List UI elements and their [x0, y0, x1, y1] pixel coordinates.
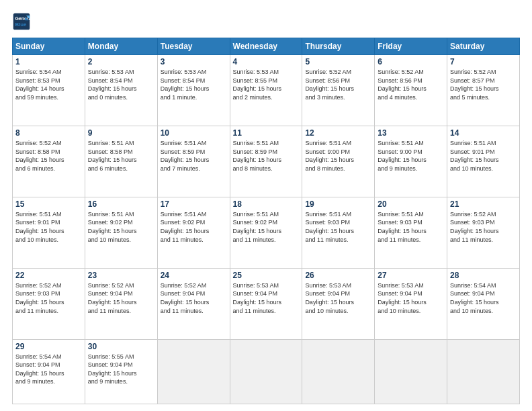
day-info: Sunrise: 5:53 AMSunset: 9:04 PMDaylight:…	[305, 281, 371, 315]
weekday-header-thursday: Thursday	[302, 38, 375, 55]
weekday-header-wednesday: Wednesday	[230, 38, 302, 55]
day-number: 16	[88, 199, 154, 209]
day-info: Sunrise: 5:51 AMSunset: 9:02 PMDaylight:…	[161, 210, 227, 244]
weekday-header-tuesday: Tuesday	[157, 38, 230, 55]
day-number: 25	[233, 271, 300, 280]
day-info: Sunrise: 5:51 AMSunset: 9:03 PMDaylight:…	[378, 210, 444, 244]
day-info: Sunrise: 5:53 AMSunset: 8:54 PMDaylight:…	[161, 68, 227, 101]
day-number: 9	[88, 128, 154, 138]
day-number: 4	[233, 57, 300, 66]
day-number: 26	[305, 271, 371, 280]
day-number: 2	[88, 57, 154, 66]
weekday-header-sunday: Sunday	[13, 38, 85, 55]
day-info: Sunrise: 5:55 AMSunset: 9:04 PMDaylight:…	[88, 353, 154, 386]
day-info: Sunrise: 5:53 AMSunset: 9:04 PMDaylight:…	[233, 281, 300, 315]
day-info: Sunrise: 5:52 AMSunset: 9:04 PMDaylight:…	[161, 281, 227, 315]
day-info: Sunrise: 5:52 AMSunset: 9:03 PMDaylight:…	[450, 210, 517, 244]
calendar-cell: 14Sunrise: 5:51 AMSunset: 9:01 PMDayligh…	[447, 126, 520, 197]
day-number: 12	[305, 128, 371, 138]
calendar-cell	[157, 339, 230, 404]
calendar-cell: 24Sunrise: 5:52 AMSunset: 9:04 PMDayligh…	[157, 268, 230, 339]
day-info: Sunrise: 5:51 AMSunset: 9:02 PMDaylight:…	[88, 210, 154, 244]
calendar-cell	[302, 339, 375, 404]
day-number: 30	[88, 342, 154, 351]
day-number: 24	[161, 271, 227, 280]
calendar-cell: 26Sunrise: 5:53 AMSunset: 9:04 PMDayligh…	[302, 268, 375, 339]
calendar-cell: 29Sunrise: 5:54 AMSunset: 9:04 PMDayligh…	[13, 339, 85, 404]
day-info: Sunrise: 5:52 AMSunset: 8:58 PMDaylight:…	[15, 139, 82, 173]
day-number: 27	[378, 271, 444, 280]
day-number: 13	[378, 128, 444, 138]
calendar-table: SundayMondayTuesdayWednesdayThursdayFrid…	[12, 38, 520, 404]
day-number: 15	[15, 199, 82, 209]
day-number: 19	[305, 199, 371, 209]
day-info: Sunrise: 5:52 AMSunset: 8:56 PMDaylight:…	[305, 68, 371, 101]
week-row-5: 29Sunrise: 5:54 AMSunset: 9:04 PMDayligh…	[13, 339, 520, 404]
calendar-cell: 25Sunrise: 5:53 AMSunset: 9:04 PMDayligh…	[230, 268, 302, 339]
day-info: Sunrise: 5:51 AMSunset: 9:00 PMDaylight:…	[378, 139, 444, 173]
day-info: Sunrise: 5:54 AMSunset: 9:04 PMDaylight:…	[450, 281, 517, 315]
calendar-cell: 6Sunrise: 5:52 AMSunset: 8:56 PMDaylight…	[375, 55, 447, 126]
logo: General Blue	[12, 12, 34, 31]
day-number: 18	[233, 199, 300, 209]
calendar-cell	[375, 339, 447, 404]
day-number: 8	[15, 128, 82, 138]
calendar-cell: 5Sunrise: 5:52 AMSunset: 8:56 PMDaylight…	[302, 55, 375, 126]
calendar-cell: 19Sunrise: 5:51 AMSunset: 9:03 PMDayligh…	[302, 197, 375, 268]
calendar-cell: 7Sunrise: 5:52 AMSunset: 8:57 PMDaylight…	[447, 55, 520, 126]
day-info: Sunrise: 5:51 AMSunset: 9:02 PMDaylight:…	[233, 210, 300, 244]
day-info: Sunrise: 5:51 AMSunset: 9:03 PMDaylight:…	[305, 210, 371, 244]
calendar-cell: 10Sunrise: 5:51 AMSunset: 8:59 PMDayligh…	[157, 126, 230, 197]
calendar-cell: 8Sunrise: 5:52 AMSunset: 8:58 PMDaylight…	[13, 126, 85, 197]
logo-icon: General Blue	[12, 12, 31, 31]
day-info: Sunrise: 5:52 AMSunset: 8:56 PMDaylight:…	[378, 68, 444, 101]
weekday-header-saturday: Saturday	[447, 38, 520, 55]
weekday-header-monday: Monday	[85, 38, 157, 55]
day-info: Sunrise: 5:51 AMSunset: 8:58 PMDaylight:…	[88, 139, 154, 173]
day-info: Sunrise: 5:51 AMSunset: 8:59 PMDaylight:…	[161, 139, 227, 173]
calendar-cell: 9Sunrise: 5:51 AMSunset: 8:58 PMDaylight…	[85, 126, 157, 197]
day-number: 3	[161, 57, 227, 66]
day-number: 5	[305, 57, 371, 66]
day-number: 21	[450, 199, 517, 209]
calendar-cell	[230, 339, 302, 404]
week-row-3: 15Sunrise: 5:51 AMSunset: 9:01 PMDayligh…	[13, 197, 520, 268]
day-info: Sunrise: 5:52 AMSunset: 8:57 PMDaylight:…	[450, 68, 517, 101]
week-row-4: 22Sunrise: 5:52 AMSunset: 9:03 PMDayligh…	[13, 268, 520, 339]
weekday-header-row: SundayMondayTuesdayWednesdayThursdayFrid…	[13, 38, 520, 55]
calendar-cell: 23Sunrise: 5:52 AMSunset: 9:04 PMDayligh…	[85, 268, 157, 339]
calendar-cell: 16Sunrise: 5:51 AMSunset: 9:02 PMDayligh…	[85, 197, 157, 268]
day-info: Sunrise: 5:51 AMSunset: 9:00 PMDaylight:…	[305, 139, 371, 173]
calendar-cell	[447, 339, 520, 404]
day-number: 14	[450, 128, 517, 138]
calendar-cell: 3Sunrise: 5:53 AMSunset: 8:54 PMDaylight…	[157, 55, 230, 126]
calendar-cell: 18Sunrise: 5:51 AMSunset: 9:02 PMDayligh…	[230, 197, 302, 268]
calendar-cell: 21Sunrise: 5:52 AMSunset: 9:03 PMDayligh…	[447, 197, 520, 268]
week-row-1: 1Sunrise: 5:54 AMSunset: 8:53 PMDaylight…	[13, 55, 520, 126]
calendar-cell: 11Sunrise: 5:51 AMSunset: 8:59 PMDayligh…	[230, 126, 302, 197]
day-info: Sunrise: 5:51 AMSunset: 8:59 PMDaylight:…	[233, 139, 300, 173]
day-number: 22	[15, 271, 82, 280]
day-number: 10	[161, 128, 227, 138]
day-number: 1	[15, 57, 82, 66]
day-number: 17	[161, 199, 227, 209]
calendar-cell: 12Sunrise: 5:51 AMSunset: 9:00 PMDayligh…	[302, 126, 375, 197]
day-info: Sunrise: 5:54 AMSunset: 9:04 PMDaylight:…	[15, 353, 82, 386]
day-info: Sunrise: 5:51 AMSunset: 9:01 PMDaylight:…	[15, 210, 82, 244]
calendar-cell: 2Sunrise: 5:53 AMSunset: 8:54 PMDaylight…	[85, 55, 157, 126]
day-info: Sunrise: 5:53 AMSunset: 9:04 PMDaylight:…	[378, 281, 444, 315]
calendar-cell: 22Sunrise: 5:52 AMSunset: 9:03 PMDayligh…	[13, 268, 85, 339]
day-info: Sunrise: 5:53 AMSunset: 8:55 PMDaylight:…	[233, 68, 300, 101]
calendar-cell: 13Sunrise: 5:51 AMSunset: 9:00 PMDayligh…	[375, 126, 447, 197]
day-number: 23	[88, 271, 154, 280]
calendar-cell: 27Sunrise: 5:53 AMSunset: 9:04 PMDayligh…	[375, 268, 447, 339]
day-info: Sunrise: 5:53 AMSunset: 8:54 PMDaylight:…	[88, 68, 154, 101]
day-number: 20	[378, 199, 444, 209]
day-info: Sunrise: 5:51 AMSunset: 9:01 PMDaylight:…	[450, 139, 517, 173]
calendar-cell: 1Sunrise: 5:54 AMSunset: 8:53 PMDaylight…	[13, 55, 85, 126]
calendar-cell: 17Sunrise: 5:51 AMSunset: 9:02 PMDayligh…	[157, 197, 230, 268]
page: General Blue SundayMondayTuesdayWednesda…	[0, 0, 532, 411]
weekday-header-friday: Friday	[375, 38, 447, 55]
week-row-2: 8Sunrise: 5:52 AMSunset: 8:58 PMDaylight…	[13, 126, 520, 197]
svg-text:Blue: Blue	[15, 21, 27, 28]
